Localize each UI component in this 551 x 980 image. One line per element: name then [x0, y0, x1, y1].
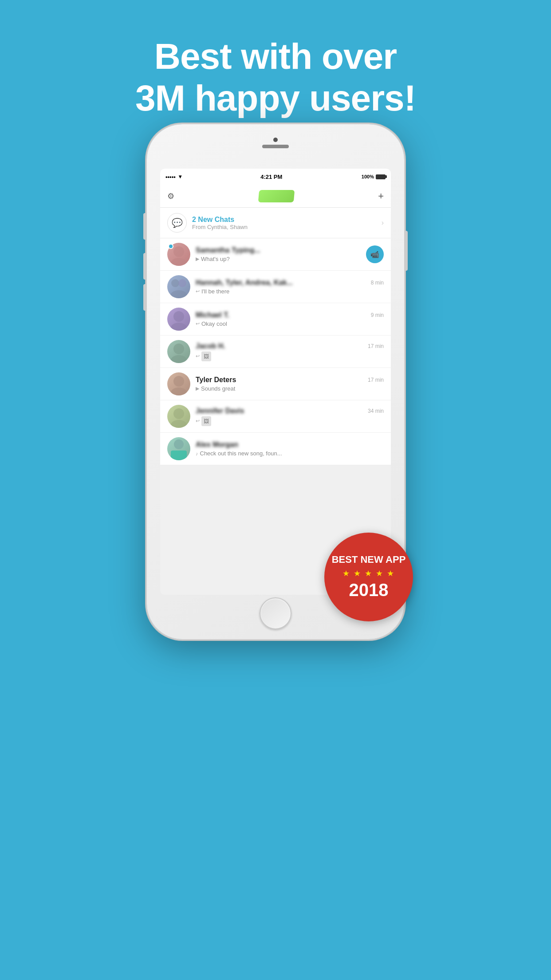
svg-point-13	[174, 439, 184, 449]
chat-list: Samantha Typing... ▶ What's up? 📹	[160, 238, 391, 465]
avatar-wrapper	[167, 372, 190, 395]
chat-preview: ▶ Sounds great	[196, 385, 384, 392]
list-item[interactable]: Samantha Typing... ▶ What's up? 📹	[160, 238, 391, 271]
preview-text: Check out this new song, foun...	[200, 450, 282, 457]
chat-preview: ▶ What's up?	[196, 256, 361, 262]
preview-text: What's up?	[201, 256, 230, 262]
chat-name: Samantha Typing...	[196, 246, 260, 254]
camera-dot	[273, 138, 278, 142]
avatar	[167, 405, 190, 428]
wifi-icon: ▾	[179, 174, 181, 180]
hero-line2: 3M happy users!	[0, 77, 551, 119]
list-item[interactable]: Jacob H. 17 min ↩ 🖼	[160, 336, 391, 368]
chat-name: Jennifer Davis	[196, 407, 244, 415]
home-button[interactable]	[260, 597, 291, 629]
chat-name-row: Tyler Deters 17 min	[196, 376, 384, 384]
chat-name-row: Jennifer Davis 34 min	[196, 407, 384, 415]
status-bar: ••••• ▾ 4:21 PM 100%	[160, 169, 391, 185]
chat-info: Samantha Typing... ▶ What's up?	[196, 246, 361, 262]
preview-text: I'll be there	[201, 288, 229, 295]
new-chats-count: 2 New Chats	[192, 216, 376, 224]
avatar-image	[167, 275, 190, 298]
status-time: 4:21 PM	[260, 174, 282, 180]
battery-area: 100%	[362, 174, 386, 179]
new-chats-info: 2 New Chats From Cynthia, Shawn	[192, 216, 376, 230]
badge-stars: ★ ★ ★ ★ ★	[342, 569, 395, 578]
list-item[interactable]: Michael T. 9 min ↩ Okay cool	[160, 303, 391, 336]
avatar-image	[167, 405, 190, 428]
svg-point-2	[171, 279, 179, 287]
chat-name-row: Samantha Typing...	[196, 246, 361, 254]
avatar-image	[167, 372, 190, 395]
preview-icon: ↩	[196, 418, 200, 424]
avatar	[167, 340, 190, 363]
chat-name-row: Hannah, Tyler, Andrea, Kak... 8 min	[196, 279, 384, 287]
chat-time: 9 min	[371, 312, 384, 318]
signal-dots: •••••	[165, 174, 176, 180]
avatar-wrapper	[167, 340, 190, 363]
chat-bubble-icon: 💬	[167, 213, 187, 233]
svg-point-11	[173, 408, 184, 419]
avatar-wrapper	[167, 308, 190, 331]
chat-name-row: Jacob H. 17 min	[196, 342, 384, 350]
avatar-wrapper	[167, 275, 190, 298]
phone-notch	[262, 138, 289, 148]
avatar-image	[167, 437, 190, 460]
chat-preview: ♪ Check out this new song, foun...	[196, 450, 384, 457]
avatar	[167, 437, 190, 460]
avatar-image	[167, 340, 190, 363]
svg-point-9	[173, 376, 184, 387]
preview-icon: ↩	[196, 321, 200, 327]
preview-text: Sounds great	[201, 385, 235, 392]
chat-name: Tyler Deters	[196, 376, 236, 384]
list-item[interactable]: Alex Morgan ♪ Check out this new song, f…	[160, 433, 391, 465]
chat-time: 8 min	[371, 280, 384, 286]
chat-info: Tyler Deters 17 min ▶ Sounds great	[196, 376, 384, 392]
svg-rect-14	[171, 450, 187, 460]
battery-icon	[376, 174, 386, 179]
preview-text: 🖼	[201, 352, 211, 361]
chat-time: 34 min	[368, 408, 384, 414]
chat-preview: ↩ Okay cool	[196, 320, 384, 327]
svg-point-8	[171, 355, 187, 363]
hero-line1: Best with over	[0, 36, 551, 77]
badge-title: BEST NEW APP	[332, 554, 406, 565]
hero-section: Best with over 3M happy users!	[0, 0, 551, 119]
phone-screen: ••••• ▾ 4:21 PM 100% ⚙ + 💬 2 New Chat	[160, 169, 391, 595]
chat-time: 17 min	[368, 377, 384, 383]
compose-icon[interactable]: +	[378, 190, 384, 202]
new-chats-banner[interactable]: 💬 2 New Chats From Cynthia, Shawn ›	[160, 208, 391, 238]
chat-info: Hannah, Tyler, Andrea, Kak... 8 min ↩ I'…	[196, 279, 384, 295]
chat-info: Jennifer Davis 34 min ↩ 🖼	[196, 407, 384, 426]
phone-mockup: ••••• ▾ 4:21 PM 100% ⚙ + 💬 2 New Chat	[147, 124, 404, 639]
chat-preview: ↩ 🖼	[196, 416, 384, 426]
settings-icon[interactable]: ⚙	[167, 191, 174, 201]
list-item[interactable]: Tyler Deters 17 min ▶ Sounds great	[160, 368, 391, 400]
svg-point-5	[173, 311, 184, 322]
chat-name-row: Michael T. 9 min	[196, 311, 384, 319]
preview-icon: ▶	[196, 256, 199, 262]
chat-name: Jacob H.	[196, 342, 225, 350]
new-chats-from: From Cynthia, Shawn	[192, 224, 376, 230]
preview-icon: ▶	[196, 386, 199, 391]
avatar-wrapper	[167, 243, 190, 266]
list-item[interactable]: Hannah, Tyler, Andrea, Kak... 8 min ↩ I'…	[160, 271, 391, 303]
chat-info: Alex Morgan ♪ Check out this new song, f…	[196, 441, 384, 457]
svg-point-7	[173, 344, 184, 354]
preview-icon: ♪	[196, 451, 198, 456]
speaker-bar	[262, 145, 289, 148]
chat-name: Alex Morgan	[196, 441, 238, 449]
svg-point-0	[173, 246, 184, 257]
app-header: ⚙ +	[160, 185, 391, 208]
list-item[interactable]: Jennifer Davis 34 min ↩ 🖼	[160, 400, 391, 433]
avatar	[167, 372, 190, 395]
chat-info: Michael T. 9 min ↩ Okay cool	[196, 311, 384, 327]
chat-info: Jacob H. 17 min ↩ 🖼	[196, 342, 384, 361]
svg-point-12	[171, 420, 187, 428]
chat-name-row: Alex Morgan	[196, 441, 384, 449]
svg-point-1	[171, 258, 187, 266]
avatar-wrapper	[167, 405, 190, 428]
battery-pct: 100%	[362, 174, 374, 179]
chat-preview: ↩ 🖼	[196, 352, 384, 361]
video-call-button[interactable]: 📹	[366, 245, 384, 263]
